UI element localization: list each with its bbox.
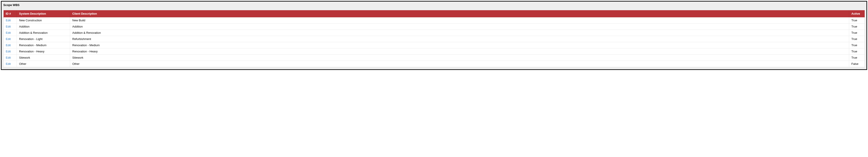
- table-row: EditOtherOtherFalse: [4, 61, 865, 67]
- table-row: EditRenovation - MediumRenovation - Medi…: [4, 42, 865, 48]
- table-row: EditAddition & RenovationAddition & Reno…: [4, 30, 865, 36]
- table-row: EditNew ConstructionNew BuildTrue: [4, 17, 865, 24]
- cell-client-description: Renovation - Medium: [70, 42, 849, 48]
- scope-wbs-panel: Scope WBS ID # System Description Client…: [1, 1, 867, 70]
- cell-edit: Edit: [4, 55, 17, 61]
- table-header-row: ID # System Description Client Descripti…: [4, 10, 865, 17]
- cell-system-description: Sitework: [17, 55, 70, 61]
- cell-system-description: Addition: [17, 24, 70, 30]
- table-row: EditAdditionAdditionTrue: [4, 24, 865, 30]
- edit-link[interactable]: Edit: [6, 37, 11, 41]
- edit-link[interactable]: Edit: [6, 31, 11, 34]
- cell-edit: Edit: [4, 36, 17, 42]
- cell-client-description: New Build: [70, 17, 849, 24]
- cell-edit: Edit: [4, 42, 17, 48]
- cell-system-description: Renovation - Light: [17, 36, 70, 42]
- cell-active: True: [849, 55, 865, 61]
- cell-system-description: Other: [17, 61, 70, 67]
- panel-title: Scope WBS: [3, 3, 865, 7]
- cell-active: False: [849, 61, 865, 67]
- cell-active: True: [849, 42, 865, 48]
- edit-link[interactable]: Edit: [6, 56, 11, 59]
- edit-link[interactable]: Edit: [6, 62, 11, 66]
- cell-edit: Edit: [4, 61, 17, 67]
- edit-link[interactable]: Edit: [6, 25, 11, 28]
- cell-client-description: Other: [70, 61, 849, 67]
- cell-edit: Edit: [4, 17, 17, 24]
- header-client: Client Description: [70, 10, 849, 17]
- cell-active: True: [849, 30, 865, 36]
- cell-active: True: [849, 24, 865, 30]
- cell-client-description: Refurbishment: [70, 36, 849, 42]
- cell-client-description: Addition & Renovation: [70, 30, 849, 36]
- cell-system-description: Renovation - Heavy: [17, 48, 70, 55]
- table-row: EditRenovation - LightRefurbishmentTrue: [4, 36, 865, 42]
- table-row: EditSiteworkSiteworkTrue: [4, 55, 865, 61]
- cell-active: True: [849, 17, 865, 24]
- cell-system-description: Addition & Renovation: [17, 30, 70, 36]
- edit-link[interactable]: Edit: [6, 19, 11, 22]
- cell-client-description: Addition: [70, 24, 849, 30]
- cell-system-description: Renovation - Medium: [17, 42, 70, 48]
- cell-edit: Edit: [4, 30, 17, 36]
- table-row: EditRenovation - HeavyRenovation - Heavy…: [4, 48, 865, 55]
- header-id: ID #: [4, 10, 17, 17]
- cell-client-description: Renovation - Heavy: [70, 48, 849, 55]
- header-active: Active: [849, 10, 865, 17]
- cell-edit: Edit: [4, 48, 17, 55]
- cell-active: True: [849, 36, 865, 42]
- header-system: System Description: [17, 10, 70, 17]
- edit-link[interactable]: Edit: [6, 50, 11, 53]
- cell-system-description: New Construction: [17, 17, 70, 24]
- cell-active: True: [849, 48, 865, 55]
- cell-client-description: Sitework: [70, 55, 849, 61]
- scope-wbs-table: ID # System Description Client Descripti…: [3, 10, 865, 67]
- cell-edit: Edit: [4, 24, 17, 30]
- edit-link[interactable]: Edit: [6, 44, 11, 47]
